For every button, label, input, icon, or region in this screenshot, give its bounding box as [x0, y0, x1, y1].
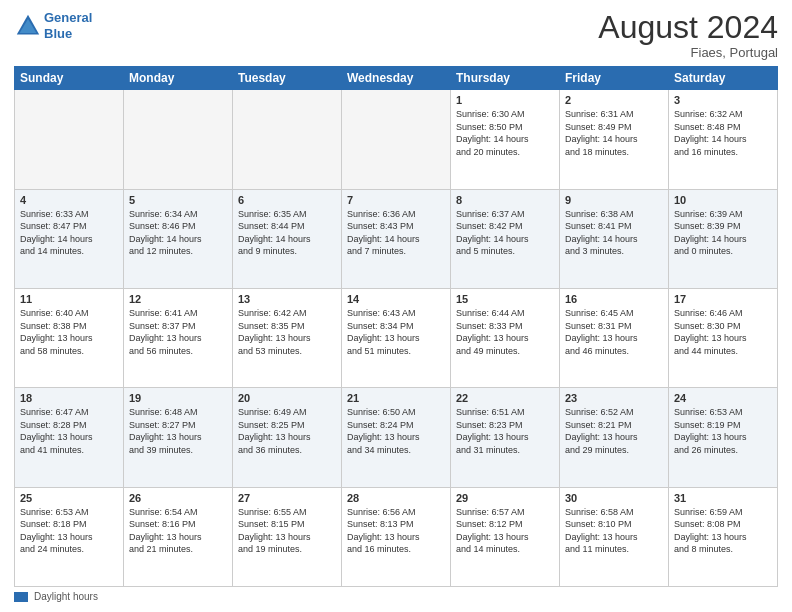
- logo-icon: [14, 12, 42, 40]
- day-number: 14: [347, 293, 445, 305]
- day-number: 15: [456, 293, 554, 305]
- day-info: Sunrise: 6:53 AMSunset: 8:19 PMDaylight:…: [674, 406, 772, 456]
- day-number: 9: [565, 194, 663, 206]
- day-number: 17: [674, 293, 772, 305]
- day-number: 16: [565, 293, 663, 305]
- calendar-cell: 15Sunrise: 6:44 AMSunset: 8:33 PMDayligh…: [451, 288, 560, 387]
- day-number: 23: [565, 392, 663, 404]
- header: General Blue August 2024 Fiaes, Portugal: [14, 10, 778, 60]
- day-number: 13: [238, 293, 336, 305]
- calendar-cell: 8Sunrise: 6:37 AMSunset: 8:42 PMDaylight…: [451, 189, 560, 288]
- calendar-day-header: Thursday: [451, 67, 560, 90]
- day-info: Sunrise: 6:52 AMSunset: 8:21 PMDaylight:…: [565, 406, 663, 456]
- day-info: Sunrise: 6:44 AMSunset: 8:33 PMDaylight:…: [456, 307, 554, 357]
- calendar-cell: 7Sunrise: 6:36 AMSunset: 8:43 PMDaylight…: [342, 189, 451, 288]
- day-number: 6: [238, 194, 336, 206]
- day-number: 22: [456, 392, 554, 404]
- day-info: Sunrise: 6:59 AMSunset: 8:08 PMDaylight:…: [674, 506, 772, 556]
- calendar-cell: 9Sunrise: 6:38 AMSunset: 8:41 PMDaylight…: [560, 189, 669, 288]
- calendar-cell: 20Sunrise: 6:49 AMSunset: 8:25 PMDayligh…: [233, 388, 342, 487]
- day-number: 27: [238, 492, 336, 504]
- day-number: 11: [20, 293, 118, 305]
- day-info: Sunrise: 6:38 AMSunset: 8:41 PMDaylight:…: [565, 208, 663, 258]
- calendar-day-header: Monday: [124, 67, 233, 90]
- day-info: Sunrise: 6:46 AMSunset: 8:30 PMDaylight:…: [674, 307, 772, 357]
- calendar-cell: 3Sunrise: 6:32 AMSunset: 8:48 PMDaylight…: [669, 90, 778, 189]
- day-number: 10: [674, 194, 772, 206]
- day-number: 5: [129, 194, 227, 206]
- day-info: Sunrise: 6:51 AMSunset: 8:23 PMDaylight:…: [456, 406, 554, 456]
- day-info: Sunrise: 6:37 AMSunset: 8:42 PMDaylight:…: [456, 208, 554, 258]
- day-number: 18: [20, 392, 118, 404]
- day-number: 2: [565, 94, 663, 106]
- calendar-table: SundayMondayTuesdayWednesdayThursdayFrid…: [14, 66, 778, 587]
- day-info: Sunrise: 6:45 AMSunset: 8:31 PMDaylight:…: [565, 307, 663, 357]
- calendar-cell: [233, 90, 342, 189]
- logo-text: General Blue: [44, 10, 92, 41]
- calendar-day-header: Saturday: [669, 67, 778, 90]
- calendar-cell: 16Sunrise: 6:45 AMSunset: 8:31 PMDayligh…: [560, 288, 669, 387]
- day-number: 24: [674, 392, 772, 404]
- day-number: 19: [129, 392, 227, 404]
- calendar-cell: 10Sunrise: 6:39 AMSunset: 8:39 PMDayligh…: [669, 189, 778, 288]
- day-info: Sunrise: 6:57 AMSunset: 8:12 PMDaylight:…: [456, 506, 554, 556]
- day-number: 1: [456, 94, 554, 106]
- calendar-day-header: Wednesday: [342, 67, 451, 90]
- calendar-cell: 23Sunrise: 6:52 AMSunset: 8:21 PMDayligh…: [560, 388, 669, 487]
- day-info: Sunrise: 6:35 AMSunset: 8:44 PMDaylight:…: [238, 208, 336, 258]
- logo: General Blue: [14, 10, 92, 41]
- calendar-day-header: Tuesday: [233, 67, 342, 90]
- calendar-cell: 12Sunrise: 6:41 AMSunset: 8:37 PMDayligh…: [124, 288, 233, 387]
- day-number: 3: [674, 94, 772, 106]
- day-info: Sunrise: 6:50 AMSunset: 8:24 PMDaylight:…: [347, 406, 445, 456]
- day-info: Sunrise: 6:42 AMSunset: 8:35 PMDaylight:…: [238, 307, 336, 357]
- day-number: 12: [129, 293, 227, 305]
- month-title: August 2024: [598, 10, 778, 45]
- calendar-cell: 30Sunrise: 6:58 AMSunset: 8:10 PMDayligh…: [560, 487, 669, 586]
- day-info: Sunrise: 6:33 AMSunset: 8:47 PMDaylight:…: [20, 208, 118, 258]
- calendar-cell: 29Sunrise: 6:57 AMSunset: 8:12 PMDayligh…: [451, 487, 560, 586]
- calendar-cell: [124, 90, 233, 189]
- day-info: Sunrise: 6:32 AMSunset: 8:48 PMDaylight:…: [674, 108, 772, 158]
- calendar-cell: 4Sunrise: 6:33 AMSunset: 8:47 PMDaylight…: [15, 189, 124, 288]
- day-info: Sunrise: 6:31 AMSunset: 8:49 PMDaylight:…: [565, 108, 663, 158]
- calendar-week-row: 11Sunrise: 6:40 AMSunset: 8:38 PMDayligh…: [15, 288, 778, 387]
- day-number: 29: [456, 492, 554, 504]
- calendar-cell: 26Sunrise: 6:54 AMSunset: 8:16 PMDayligh…: [124, 487, 233, 586]
- day-number: 8: [456, 194, 554, 206]
- calendar-cell: 6Sunrise: 6:35 AMSunset: 8:44 PMDaylight…: [233, 189, 342, 288]
- day-info: Sunrise: 6:40 AMSunset: 8:38 PMDaylight:…: [20, 307, 118, 357]
- day-info: Sunrise: 6:39 AMSunset: 8:39 PMDaylight:…: [674, 208, 772, 258]
- day-info: Sunrise: 6:54 AMSunset: 8:16 PMDaylight:…: [129, 506, 227, 556]
- calendar-cell: 28Sunrise: 6:56 AMSunset: 8:13 PMDayligh…: [342, 487, 451, 586]
- calendar-cell: 17Sunrise: 6:46 AMSunset: 8:30 PMDayligh…: [669, 288, 778, 387]
- legend-label: Daylight hours: [34, 591, 98, 602]
- calendar-cell: 1Sunrise: 6:30 AMSunset: 8:50 PMDaylight…: [451, 90, 560, 189]
- calendar-cell: 14Sunrise: 6:43 AMSunset: 8:34 PMDayligh…: [342, 288, 451, 387]
- calendar-week-row: 25Sunrise: 6:53 AMSunset: 8:18 PMDayligh…: [15, 487, 778, 586]
- day-info: Sunrise: 6:55 AMSunset: 8:15 PMDaylight:…: [238, 506, 336, 556]
- calendar-cell: 21Sunrise: 6:50 AMSunset: 8:24 PMDayligh…: [342, 388, 451, 487]
- day-number: 4: [20, 194, 118, 206]
- calendar-cell: 24Sunrise: 6:53 AMSunset: 8:19 PMDayligh…: [669, 388, 778, 487]
- day-number: 26: [129, 492, 227, 504]
- day-number: 21: [347, 392, 445, 404]
- day-info: Sunrise: 6:58 AMSunset: 8:10 PMDaylight:…: [565, 506, 663, 556]
- calendar-header-row: SundayMondayTuesdayWednesdayThursdayFrid…: [15, 67, 778, 90]
- calendar-week-row: 1Sunrise: 6:30 AMSunset: 8:50 PMDaylight…: [15, 90, 778, 189]
- calendar-week-row: 4Sunrise: 6:33 AMSunset: 8:47 PMDaylight…: [15, 189, 778, 288]
- day-info: Sunrise: 6:56 AMSunset: 8:13 PMDaylight:…: [347, 506, 445, 556]
- calendar-cell: 22Sunrise: 6:51 AMSunset: 8:23 PMDayligh…: [451, 388, 560, 487]
- day-number: 7: [347, 194, 445, 206]
- calendar-day-header: Sunday: [15, 67, 124, 90]
- day-info: Sunrise: 6:47 AMSunset: 8:28 PMDaylight:…: [20, 406, 118, 456]
- calendar-cell: [15, 90, 124, 189]
- calendar-cell: 19Sunrise: 6:48 AMSunset: 8:27 PMDayligh…: [124, 388, 233, 487]
- calendar-cell: 27Sunrise: 6:55 AMSunset: 8:15 PMDayligh…: [233, 487, 342, 586]
- calendar-cell: 18Sunrise: 6:47 AMSunset: 8:28 PMDayligh…: [15, 388, 124, 487]
- day-number: 20: [238, 392, 336, 404]
- day-info: Sunrise: 6:34 AMSunset: 8:46 PMDaylight:…: [129, 208, 227, 258]
- page: General Blue August 2024 Fiaes, Portugal…: [0, 0, 792, 612]
- day-number: 30: [565, 492, 663, 504]
- day-number: 31: [674, 492, 772, 504]
